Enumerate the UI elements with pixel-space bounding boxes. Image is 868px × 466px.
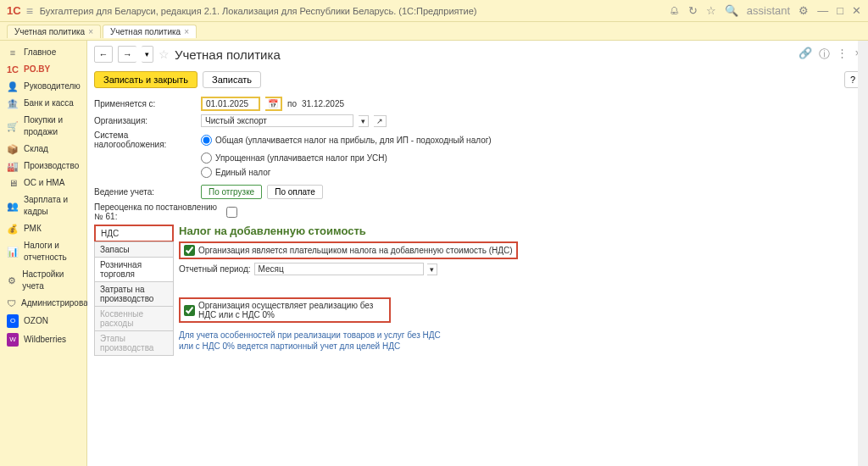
maximize-icon[interactable]: □	[837, 4, 843, 17]
vat-payer-checkbox[interactable]	[184, 245, 195, 256]
org-input[interactable]: Чистый экспорт	[201, 114, 353, 127]
period-input[interactable]: Месяц	[254, 263, 424, 275]
chart-icon: 📊	[7, 246, 19, 258]
tax-system-label: Система налогообложения:	[94, 130, 196, 149]
tax-general-radio[interactable]	[201, 135, 212, 146]
nav-dropdown-button[interactable]: ▾	[142, 46, 153, 63]
by-payment-button[interactable]: По оплате	[267, 185, 323, 199]
vat-section-title: Налог на добавленную стоимость	[179, 225, 861, 238]
menu-icon[interactable]: ≡	[26, 4, 33, 18]
person-icon: 👤	[7, 80, 19, 92]
tab-accounting-policy-1[interactable]: Учетная политика ×	[7, 25, 101, 38]
sidebar-item-assets[interactable]: 🖥ОС и НМА	[0, 175, 86, 191]
history-icon[interactable]: ↻	[688, 4, 698, 17]
people-icon: 👥	[7, 200, 19, 212]
sidebar-item-warehouse[interactable]: 📦Склад	[0, 141, 86, 158]
logo-1c: 1C	[7, 4, 21, 17]
factory-icon: 🏭	[7, 160, 19, 172]
main-content: ← → ▾ ☆ Учетная политика 🔗 ⓘ ⋮ × Записат…	[87, 41, 868, 466]
search-text[interactable]: assistant	[747, 4, 790, 17]
date-from-input[interactable]: 01.01.2025	[201, 97, 260, 111]
shield-icon: 🛡	[7, 297, 16, 309]
by-shipment-button[interactable]: По отгрузке	[201, 185, 262, 199]
favorite-star-icon[interactable]: ☆	[159, 47, 170, 61]
sidebar-item-production[interactable]: 🏭Производство	[0, 158, 86, 175]
tab-close-icon[interactable]: ×	[88, 27, 93, 36]
settings-icon[interactable]: ⚙	[798, 4, 809, 17]
period-label: Отчетный период:	[179, 264, 251, 274]
tab-close-icon[interactable]: ×	[184, 27, 189, 36]
tax-single-radio[interactable]	[201, 167, 212, 178]
vat-zero-box: Организация осуществляет реализацию без …	[179, 297, 391, 323]
period-dropdown-icon[interactable]: ▾	[427, 264, 437, 275]
subtab-retail[interactable]: Розничная торговля	[94, 257, 174, 282]
subtab-nds[interactable]: НДС	[94, 225, 174, 242]
sidebar-item-taxes[interactable]: 📊Налоги и отчетность	[0, 237, 86, 266]
info-icon[interactable]: ⓘ	[819, 47, 830, 62]
pc-icon: 🖥	[7, 177, 19, 189]
sidebar-item-wildberries[interactable]: WWildberries	[0, 330, 86, 349]
subtab-stocks[interactable]: Запасы	[94, 241, 174, 258]
page-title: Учетная политика	[175, 47, 281, 62]
sidebar-item-poby[interactable]: 1СPO.BY	[0, 61, 86, 78]
poby-icon: 1С	[7, 64, 19, 75]
app-titlebar: 1C ≡ Бухгалтерия для Беларуси, редакция …	[0, 0, 868, 22]
nav-back-button[interactable]: ←	[94, 46, 113, 63]
bank-icon: 🏦	[7, 97, 19, 109]
document-tabs: Учетная политика × Учетная политика ×	[0, 22, 868, 41]
box-icon: 📦	[7, 143, 19, 155]
tab-label: Учетная политика	[14, 27, 85, 36]
vat-zero-checkbox[interactable]	[184, 305, 195, 316]
sidebar-item-sales[interactable]: 🛒Покупки и продажи	[0, 112, 86, 141]
minimize-icon[interactable]: —	[817, 4, 828, 17]
menu-icon: ≡	[7, 47, 19, 58]
subtab-indirect[interactable]: Косвенные расходы	[94, 306, 174, 331]
sidebar-item-ozon[interactable]: OOZON	[0, 312, 86, 330]
sidebar-item-settings[interactable]: ⚙Настройки учета	[0, 266, 86, 295]
org-dropdown-icon[interactable]: ▾	[359, 115, 369, 127]
sidebar-nav: ≡Главное 1СPO.BY 👤Руководителю 🏦Банк и к…	[0, 41, 87, 466]
revaluation-checkbox[interactable]	[226, 207, 237, 218]
tax-simplified-radio[interactable]	[201, 153, 212, 164]
sub-tabs: НДС Запасы Розничная торговля Затраты на…	[94, 225, 174, 355]
nav-forward-button[interactable]: →	[118, 46, 136, 63]
gear-icon: ⚙	[7, 275, 17, 286]
more-icon[interactable]: ⋮	[837, 47, 848, 62]
vat-payer-label: Организация является плательщиком налога…	[198, 246, 513, 255]
sidebar-item-salary[interactable]: 👥Зарплата и кадры	[0, 191, 86, 220]
applies-from-label: Применяется с:	[94, 99, 196, 108]
subtab-costs[interactable]: Затраты на производство	[94, 281, 174, 307]
subtab-stages[interactable]: Этапы производства	[94, 330, 174, 356]
cart-icon: 🛒	[7, 120, 19, 132]
sidebar-item-manager[interactable]: 👤Руководителю	[0, 78, 86, 95]
money-icon: 💰	[7, 223, 19, 235]
vertical-scrollbar[interactable]	[858, 41, 868, 466]
accounting-label: Ведение учета:	[94, 187, 196, 197]
ozon-icon: O	[7, 314, 19, 328]
sidebar-item-main[interactable]: ≡Главное	[0, 44, 86, 61]
org-label: Организация:	[94, 116, 196, 125]
app-title: Бухгалтерия для Беларуси, редакция 2.1. …	[40, 6, 669, 16]
link-icon[interactable]: 🔗	[798, 47, 812, 62]
star-icon[interactable]: ☆	[706, 4, 716, 17]
vat-zero-label: Организация осуществляет реализацию без …	[198, 301, 386, 319]
sidebar-item-admin[interactable]: 🛡Администрирование	[0, 295, 86, 312]
vat-info-text: Для учета особенностей при реализации то…	[179, 330, 861, 352]
calendar-icon[interactable]: 📅	[265, 97, 282, 111]
bell-icon[interactable]: 🕭	[669, 4, 680, 17]
revaluation-label: Переоценка по постановлению № 61:	[94, 202, 221, 221]
tab-accounting-policy-2[interactable]: Учетная политика ×	[103, 25, 197, 38]
sidebar-item-rmk[interactable]: 💰РМК	[0, 220, 86, 237]
sidebar-item-bank[interactable]: 🏦Банк и касса	[0, 95, 86, 112]
org-open-icon[interactable]: ↗	[374, 115, 387, 127]
tab-label: Учетная политика	[110, 27, 181, 36]
search-icon[interactable]: 🔍	[725, 4, 738, 17]
save-close-button[interactable]: Записать и закрыть	[94, 71, 198, 88]
vat-payer-box: Организация является плательщиком налога…	[179, 241, 518, 259]
wb-icon: W	[7, 333, 19, 347]
close-icon[interactable]: ✕	[852, 4, 861, 17]
save-button[interactable]: Записать	[203, 71, 261, 88]
date-to-value: 31.12.2025	[302, 99, 344, 108]
to-label: по	[287, 99, 297, 108]
